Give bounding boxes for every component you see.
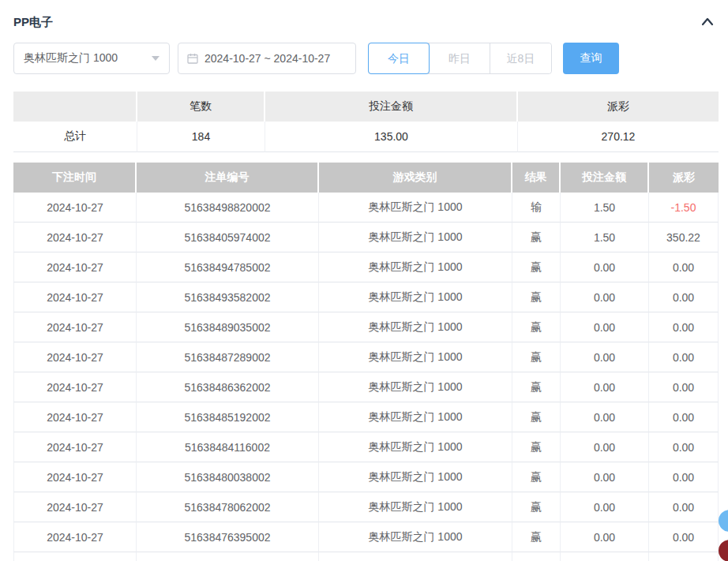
cell-result: 赢 [512, 492, 561, 522]
cell-bet-amount: 0.00 [561, 402, 649, 432]
summary-count-value: 184 [137, 122, 265, 152]
cell-game-type: 奥林匹斯之门 1000 [319, 342, 512, 372]
cell-bet-amount: 1.50 [561, 223, 649, 252]
cell-bet-id [137, 552, 319, 561]
cell-bet-amount: 0.00 [561, 462, 649, 492]
calendar-icon [186, 52, 199, 65]
cell-payout: 350.22 [649, 223, 719, 252]
cell-game-type: 奥林匹斯之门 1000 [319, 432, 512, 462]
table-row: 2024-10-2751638486362002奥林匹斯之门 1000赢0.00… [13, 372, 719, 402]
cell-bet-id: 51638498820002 [137, 193, 319, 223]
quick-date-buttons: 今日昨日近8日 [368, 43, 552, 74]
cell-result: 赢 [512, 522, 561, 552]
game-select-value: 奥林匹斯之门 1000 [24, 51, 118, 65]
cell-bet-amount: 0.00 [561, 372, 649, 402]
cell-bet-id: 51638405974002 [137, 223, 319, 252]
quick-button-1[interactable]: 昨日 [430, 43, 490, 73]
cell-bet-id: 51638485192002 [137, 402, 319, 432]
cell-bet-amount: 0.00 [561, 282, 649, 312]
cell-payout [649, 552, 719, 561]
query-button[interactable]: 查询 [563, 43, 619, 74]
table-row: 2024-10-2751638498820002奥林匹斯之门 1000输1.50… [13, 193, 719, 223]
cell-payout: 0.00 [649, 462, 719, 492]
cell-result: 赢 [512, 223, 561, 252]
summary-table: 笔数 投注金额 派彩 总计 184 135.00 270.12 [13, 92, 719, 152]
col-bet-time: 下注时间 [13, 163, 137, 193]
cell-payout: 0.00 [649, 432, 719, 462]
floating-widget-blue-button[interactable] [719, 510, 728, 532]
cell-bet-time: 2024-10-27 [13, 462, 137, 492]
summary-total-label: 总计 [13, 122, 137, 152]
table-row: 2024-10-2751638494785002奥林匹斯之门 1000赢0.00… [13, 252, 719, 282]
collapse-chevron-up-icon[interactable] [700, 14, 715, 30]
cell-bet-id: 51638486362002 [137, 372, 319, 402]
cell-bet-amount: 0.00 [561, 492, 649, 522]
cell-bet-time: 2024-10-27 [13, 402, 137, 432]
table-row: 2024-10-2751638484116002奥林匹斯之门 1000赢0.00… [13, 432, 719, 462]
col-game-type: 游戏类别 [319, 163, 512, 193]
cell-bet-amount: 0.00 [561, 522, 649, 552]
cell-bet-amount: 0.00 [561, 342, 649, 372]
cell-payout: 0.00 [649, 252, 719, 282]
cell-bet-amount: 0.00 [561, 312, 649, 342]
cell-bet-time: 2024-10-27 [13, 312, 137, 342]
cell-result: 赢 [512, 462, 561, 492]
cell-game-type: 奥林匹斯之门 1000 [319, 492, 512, 522]
summary-bet-amount-value: 135.00 [265, 122, 518, 152]
cell-bet-time: 2024-10-27 [13, 252, 137, 282]
summary-col-count: 笔数 [137, 92, 265, 122]
date-range-picker[interactable]: 2024-10-27 ~ 2024-10-27 [178, 43, 356, 74]
cell-bet-id: 51638478062002 [137, 492, 319, 522]
cell-bet-amount [561, 552, 649, 561]
page-title: PP电子 [13, 15, 53, 30]
cell-bet-amount: 0.00 [561, 252, 649, 282]
cell-payout: 0.00 [649, 282, 719, 312]
chevron-down-icon [152, 56, 159, 61]
floating-widget-red-button[interactable] [719, 540, 728, 561]
quick-button-0[interactable]: 今日 [369, 43, 430, 73]
cell-bet-id: 51638493582002 [137, 282, 319, 312]
summary-col-payout: 派彩 [518, 92, 719, 122]
cell-payout: 0.00 [649, 402, 719, 432]
cell-game-type: 奥林匹斯之门 1000 [319, 193, 512, 223]
cell-result: 赢 [512, 402, 561, 432]
cell-bet-time: 2024-10-27 [13, 282, 137, 312]
col-result: 结果 [512, 163, 561, 193]
panel-header: PP电子 [0, 0, 728, 30]
cell-game-type: 奥林匹斯之门 1000 [319, 522, 512, 552]
cell-bet-time [13, 552, 137, 561]
table-row: 2024-10-2751638480038002奥林匹斯之门 1000赢0.00… [13, 462, 719, 492]
table-row: 2024-10-2751638405974002奥林匹斯之门 1000赢1.50… [13, 223, 719, 252]
cell-game-type: 奥林匹斯之门 1000 [319, 402, 512, 432]
cell-bet-id: 51638494785002 [137, 252, 319, 282]
cell-result: 赢 [512, 252, 561, 282]
cell-result: 赢 [512, 312, 561, 342]
cell-bet-amount: 0.00 [561, 432, 649, 462]
table-row: 2024-10-2751638485192002奥林匹斯之门 1000赢0.00… [13, 402, 719, 432]
bets-table: 下注时间 注单编号 游戏类别 结果 投注金额 派彩 2024-10-275163… [13, 163, 719, 561]
cell-result: 赢 [512, 342, 561, 372]
cell-bet-time: 2024-10-27 [13, 223, 137, 252]
cell-payout: 0.00 [649, 522, 719, 552]
cell-payout: 0.00 [649, 312, 719, 342]
cell-game-type: 奥林匹斯之门 1000 [319, 223, 512, 252]
cell-game-type: 奥林匹斯之门 1000 [319, 462, 512, 492]
summary-col-bet-amount: 投注金额 [265, 92, 518, 122]
cell-payout: 0.00 [649, 492, 719, 522]
cell-payout: 0.00 [649, 342, 719, 372]
table-row: 2024-10-2751638493582002奥林匹斯之门 1000赢0.00… [13, 282, 719, 312]
date-range-value: 2024-10-27 ~ 2024-10-27 [205, 52, 330, 65]
filter-bar: 奥林匹斯之门 1000 2024-10-27 ~ 2024-10-27 今日昨日… [13, 43, 728, 74]
cell-bet-id: 51638489035002 [137, 312, 319, 342]
cell-game-type: 奥林匹斯之门 1000 [319, 252, 512, 282]
cell-bet-id: 51638487289002 [137, 342, 319, 372]
cell-bet-id: 51638476395002 [137, 522, 319, 552]
table-row: 2024-10-2751638478062002奥林匹斯之门 1000赢0.00… [13, 492, 719, 522]
cell-bet-time: 2024-10-27 [13, 522, 137, 552]
cell-result: 输 [512, 193, 561, 223]
quick-button-2[interactable]: 近8日 [490, 43, 551, 73]
table-row-partial [13, 552, 719, 561]
table-row: 2024-10-2751638489035002奥林匹斯之门 1000赢0.00… [13, 312, 719, 342]
cell-result: 赢 [512, 432, 561, 462]
game-select[interactable]: 奥林匹斯之门 1000 [13, 43, 170, 74]
